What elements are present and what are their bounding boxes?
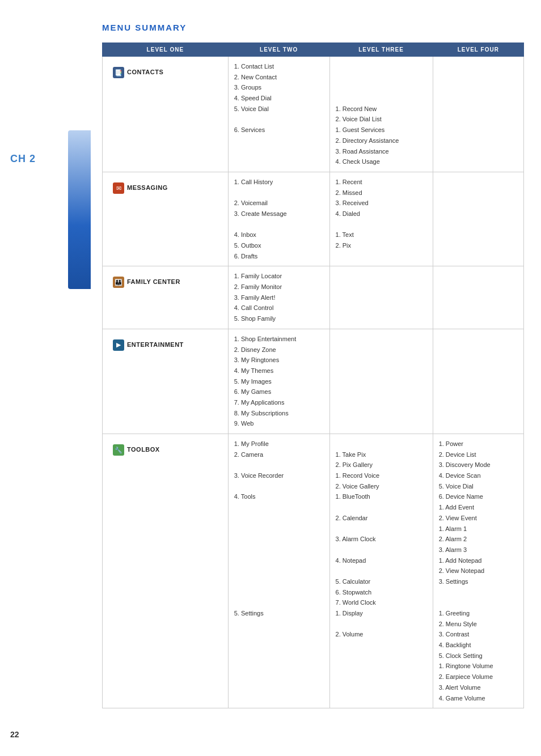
family-center-level-two: 1. Family Locator 2. Family Monitor 3. F… (228, 266, 329, 329)
toolbox-level-three: 1. Take Pix 2. Pix Gallery 1. Record Voi… (329, 434, 433, 708)
messaging-level-three: 1. Recent 2. Missed 3. Received 4. Diale… (329, 172, 433, 266)
toolbox-level-two: 1. My Profile 2. Camera 3. Voice Recorde… (228, 434, 329, 708)
family-center-level-one: 👪 FAMILY CENTER (103, 266, 229, 329)
entertainment-level-four (433, 329, 523, 434)
col-header-level-three: LEVEL THREE (329, 43, 433, 57)
entertainment-level-three (329, 329, 433, 434)
table-row: 🔧 TOOLBOX 1. My Profile 2. Camera 3. Voi… (103, 434, 524, 708)
table-row: 👪 FAMILY CENTER 1. Family Locator 2. Fam… (103, 266, 524, 329)
family-center-label: FAMILY CENTER (127, 277, 180, 287)
contacts-level-three: 1. Record New 2. Voice Dial List 1. Gues… (329, 57, 433, 172)
table-row: ▶ ENTERTAINMENT 1. Shop Entertainment 2.… (103, 329, 524, 434)
col-header-level-one: LEVEL ONE (103, 43, 229, 57)
chapter-bar (68, 130, 91, 289)
toolbox-level-four: 1. Power 2. Device List 3. Discovery Mod… (433, 434, 523, 708)
toolbox-level-one: 🔧 TOOLBOX (103, 434, 229, 708)
wrench-icon: 🔧 (113, 444, 124, 456)
entertainment-level-one: ▶ ENTERTAINMENT (103, 329, 229, 434)
entertainment-icon: ▶ (113, 339, 124, 351)
chapter-label: CH 2 (10, 153, 36, 165)
address-book-icon: 📑 (113, 67, 124, 78)
family-center-level-three (329, 266, 433, 329)
table-row: ✉ MESSAGING 1. Call History 2. Voicemail… (103, 172, 524, 266)
left-sidebar: CH 2 22 (0, 0, 91, 756)
family-icon: 👪 (113, 277, 124, 288)
messaging-level-one: ✉ MESSAGING (103, 172, 229, 266)
contacts-level-one: 📑 CONTACTS (103, 57, 229, 172)
entertainment-label: ENTERTAINMENT (127, 339, 184, 350)
contacts-level-two: 1. Contact List 2. New Contact 3. Groups… (228, 57, 329, 172)
contacts-label: CONTACTS (127, 67, 163, 78)
messaging-level-two: 1. Call History 2. Voicemail 3. Create M… (228, 172, 329, 266)
messaging-label: MESSAGING (127, 182, 168, 193)
entertainment-level-two: 1. Shop Entertainment 2. Disney Zone 3. … (228, 329, 329, 434)
table-row: 📑 CONTACTS 1. Contact List 2. New Contac… (103, 57, 524, 172)
col-header-level-two: LEVEL TWO (228, 43, 329, 57)
contacts-level-four (433, 57, 523, 172)
col-header-level-four: LEVEL FOUR (433, 43, 523, 57)
main-content: MENU SUMMARY LEVEL ONE LEVEL TWO LEVEL T… (91, 0, 541, 756)
page-number: 22 (10, 730, 19, 739)
toolbox-label: TOOLBOX (127, 444, 160, 455)
family-center-level-four (433, 266, 523, 329)
menu-table: LEVEL ONE LEVEL TWO LEVEL THREE LEVEL FO… (102, 43, 524, 708)
page-title: MENU SUMMARY (102, 23, 524, 32)
messaging-level-four (433, 172, 523, 266)
envelope-icon: ✉ (113, 182, 124, 194)
